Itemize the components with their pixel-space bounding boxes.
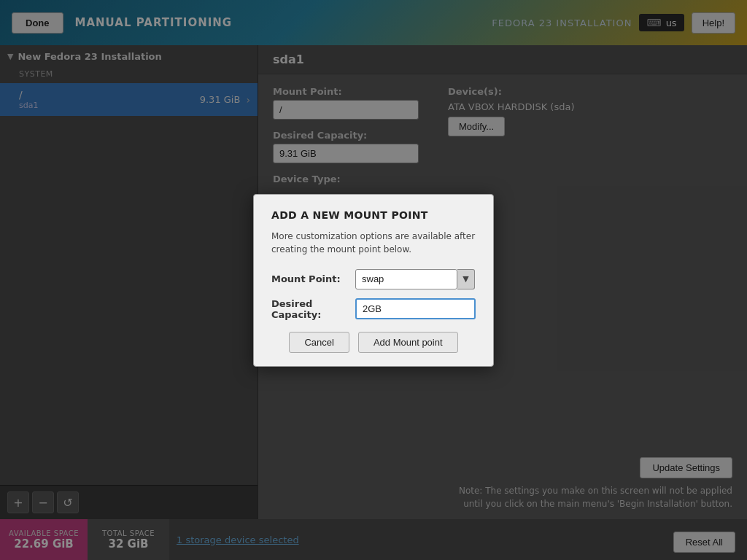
mount-point-dropdown-arrow-icon[interactable]: ▼ [457, 269, 475, 289]
dialog-description: More customization options are available… [271, 230, 476, 256]
add-mount-point-dialog: ADD A NEW MOUNT POINT More customization… [253, 194, 494, 367]
dialog-capacity-label: Desired Capacity: [271, 298, 355, 320]
dialog-buttons: Cancel Add Mount point [271, 332, 476, 353]
dialog-mount-point-select-container: swap / /boot /home /var /tmp ▼ [355, 269, 476, 289]
dialog-mount-point-label: Mount Point: [271, 273, 355, 284]
dialog-mount-point-field: Mount Point: swap / /boot /home /var /tm… [271, 269, 476, 289]
dialog-capacity-field: Desired Capacity: [271, 298, 476, 320]
dialog-capacity-input[interactable] [355, 298, 476, 319]
dialog-mount-point-select[interactable]: swap / /boot /home /var /tmp [355, 269, 457, 289]
dialog-title: ADD A NEW MOUNT POINT [271, 209, 476, 221]
dialog-cancel-button[interactable]: Cancel [289, 332, 349, 353]
modal-overlay: ADD A NEW MOUNT POINT More customization… [0, 0, 747, 560]
dialog-add-mount-point-button[interactable]: Add Mount point [358, 332, 458, 353]
